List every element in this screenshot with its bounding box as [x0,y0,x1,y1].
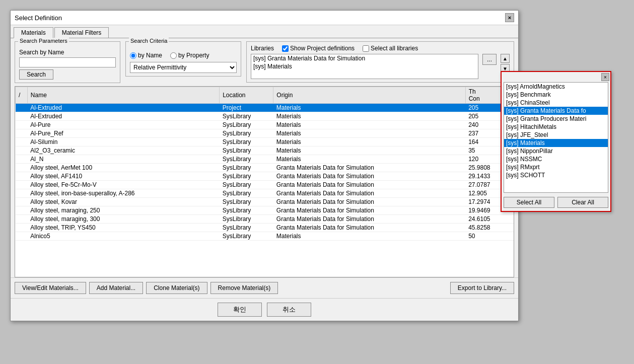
table-row[interactable]: Alloy steel, AF1410 SysLibrary Granta Ma… [16,172,514,181]
cancel-button[interactable]: 취소 [267,303,311,317]
tab-bar: Materials Material Filters [11,25,518,38]
popup-list-item[interactable]: [sys] ChinaSteel [504,99,608,107]
popup-list-item[interactable]: [sys] HitachiMetals [504,123,608,131]
cell-icon [16,181,28,189]
cell-thcon: 24.6105 [465,215,513,224]
cell-origin: Materials [273,121,465,129]
clone-material-button[interactable]: Clone Material(s) [146,282,207,294]
cell-origin: Materials [273,112,465,121]
view-edit-button[interactable]: View/Edit Materials... [15,282,86,294]
libraries-group: Libraries Show Project definitions Selec… [246,41,514,83]
table-row[interactable]: Al-Pure_Ref SysLibrary Materials 237 [16,129,514,138]
cell-icon [16,172,28,181]
table-row[interactable]: Al-Extruded SysLibrary Materials 205 [16,112,514,121]
browse-libraries-button[interactable]: ... [482,54,497,65]
cell-icon [16,138,28,147]
cell-location: SysLibrary [220,147,273,155]
property-dropdown[interactable]: Relative Permittivity [130,62,237,73]
cell-icon [16,215,28,224]
popup-select-all-button[interactable]: Select All [504,197,554,208]
show-project-checkbox-label[interactable]: Show Project definitions [282,45,355,52]
cell-name: Alloy steel, TRIP, YS450 [27,224,219,232]
cell-name: Al-Extruded [27,104,219,112]
select-all-libraries-checkbox[interactable] [363,45,369,52]
col-header-origin[interactable]: Origin [273,87,465,104]
cell-origin: Materials [273,232,465,241]
cell-location: SysLibrary [220,138,273,147]
search-criteria-radio-row: by Name by Property [130,52,237,59]
dialog-title: Select Definition [15,14,62,22]
popup-clear-all-button[interactable]: Clear All [557,197,608,208]
table-row[interactable]: Al_N SysLibrary Materials 120 [16,155,514,164]
col-header-location[interactable]: Location [220,87,273,104]
select-all-libraries-checkbox-label[interactable]: Select all libraries [363,45,418,52]
table-row[interactable]: Alloy steel, iron-base-superalloy, A-286… [16,189,514,198]
remove-material-button[interactable]: Remove Material(s) [210,282,278,294]
by-property-label: by Property [178,52,209,59]
popup-list-item[interactable]: [sys] NipponPillar [504,147,608,155]
add-material-button[interactable]: Add Material... [89,282,143,294]
table-row[interactable]: Al-Extruded Project Materials 205 [16,104,514,112]
radio-by-name[interactable]: by Name [130,52,162,59]
popup-list-item[interactable]: [sys] JFE_Steel [504,131,608,139]
cell-thcon: 50 [465,232,513,241]
cell-thcon: 45.8258 [465,224,513,232]
table-row[interactable]: Alloy steel, maraging, 300 SysLibrary Gr… [16,215,514,224]
cell-name: Alloy steel, AF1410 [27,172,219,181]
show-project-checkbox[interactable] [282,45,289,52]
cell-name: Alloy steel, AerMet 100 [27,164,219,172]
popup-list-item[interactable]: [sys] RMxprt [504,163,608,171]
params-row: Search Parameters Search by Name Search … [11,38,518,86]
table-row[interactable]: Alloy steel, maraging, 250 SysLibrary Gr… [16,206,514,215]
cell-name: Alloy steel, iron-base-superalloy, A-286 [27,189,219,198]
cell-origin: Granta Materials Data for Simulation [273,206,465,215]
table-row[interactable]: Alloy steel, AerMet 100 SysLibrary Grant… [16,164,514,172]
col-header-sort[interactable]: / [16,87,28,104]
col-header-name[interactable]: Name [27,87,219,104]
table-row[interactable]: Alloy steel, TRIP, YS450 SysLibrary Gran… [16,224,514,232]
table-row[interactable]: Al2_O3_ceramic SysLibrary Materials 35 [16,147,514,155]
dialog-close-button[interactable]: × [505,13,514,22]
popup-list-item[interactable]: [sys] Materials [504,139,608,147]
cell-origin: Granta Materials Data for Simulation [273,224,465,232]
libraries-options-row: Libraries Show Project definitions Selec… [251,45,510,52]
libraries-label: Libraries [251,45,274,52]
tab-materials[interactable]: Materials [14,27,53,38]
table-row[interactable]: Al-Pure SysLibrary Materials 240 [16,121,514,129]
cell-icon [16,198,28,206]
popup-library-list[interactable]: [sys] ArnoldMagnetics[sys] Benchmark[sys… [504,82,608,193]
popup-list-item[interactable]: [sys] Benchmark [504,91,608,99]
radio-by-property[interactable]: by Property [170,52,209,59]
search-input[interactable] [19,57,116,67]
cell-location: SysLibrary [220,181,273,189]
lib-scroll-up-button[interactable]: ▲ [501,54,510,63]
materials-table-container[interactable]: / Name Location Origin ThCon Al-Extruded… [15,86,514,277]
popup-list-item[interactable]: [sys] Granta Producers Materi [504,115,608,123]
cell-origin: Materials [273,155,465,164]
cell-icon [16,121,28,129]
table-row[interactable]: Al-Silumin SysLibrary Materials 164 [16,138,514,147]
popup-list-item[interactable]: [sys] Granta Materials Data fo [504,107,608,115]
search-by-name-group: Search Parameters Search by Name Search [15,41,120,83]
popup-close-button[interactable]: × [601,73,609,81]
table-row[interactable]: Alloy steel, Kovar SysLibrary Granta Mat… [16,198,514,206]
cell-name: Al-Silumin [27,138,219,147]
library-item-1[interactable]: [sys] Materials [251,62,478,70]
cell-origin: Granta Materials Data for Simulation [273,215,465,224]
cell-location: Project [220,104,273,112]
library-item-0[interactable]: [sys] Granta Materials Data for Simulati… [251,54,478,62]
table-row[interactable]: Alloy steel, Fe-5Cr-Mo-V SysLibrary Gran… [16,181,514,189]
popup-list-item[interactable]: [sys] NSSMC [504,155,608,163]
tab-material-filters[interactable]: Material Filters [54,27,109,38]
libraries-list[interactable]: [sys] Granta Materials Data for Simulati… [251,54,478,79]
popup-list-item[interactable]: [sys] ArnoldMagnetics [504,83,608,91]
cell-name: Al_N [27,155,219,164]
export-button[interactable]: Export to Library... [450,282,514,294]
cell-name: Alloy steel, Fe-5Cr-Mo-V [27,181,219,189]
cell-location: SysLibrary [220,112,273,121]
search-button[interactable]: Search [19,69,53,80]
table-row[interactable]: Alnico5 SysLibrary Materials 50 [16,232,514,241]
library-selector-popup: × [sys] ArnoldMagnetics[sys] Benchmark[s… [501,71,611,212]
popup-list-item[interactable]: [sys] SCHOTT [504,171,608,179]
ok-button[interactable]: 확인 [218,303,262,317]
